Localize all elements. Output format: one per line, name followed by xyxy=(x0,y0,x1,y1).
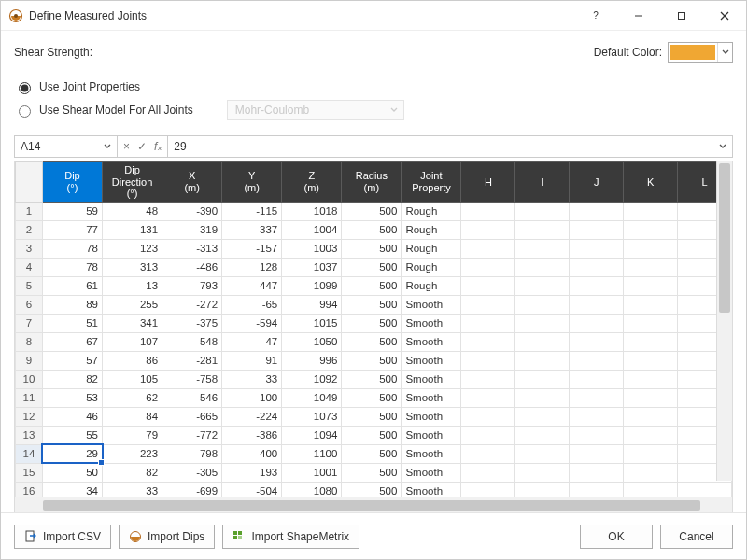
cell[interactable]: -699 xyxy=(162,482,222,497)
cell[interactable]: 47 xyxy=(222,332,282,351)
cell[interactable]: Rough xyxy=(402,276,461,295)
cell[interactable]: Rough xyxy=(402,202,461,220)
row-header[interactable]: 1 xyxy=(16,202,43,220)
cell[interactable]: -486 xyxy=(162,258,222,276)
table-row[interactable]: 115362-546-1001049500Smooth xyxy=(16,388,732,407)
cell[interactable]: 59 xyxy=(42,202,102,220)
cell[interactable] xyxy=(515,444,570,463)
cell[interactable]: 500 xyxy=(342,258,402,276)
corner-cell[interactable] xyxy=(16,162,43,203)
cell[interactable] xyxy=(515,426,570,444)
cell[interactable]: 82 xyxy=(42,370,102,388)
cell[interactable]: 1018 xyxy=(282,202,342,220)
cell[interactable] xyxy=(515,407,570,426)
cell[interactable]: 29 xyxy=(42,444,102,463)
cell[interactable] xyxy=(461,314,515,332)
cell[interactable] xyxy=(515,220,570,239)
cell[interactable]: 53 xyxy=(42,388,102,407)
cell[interactable]: 1004 xyxy=(282,220,342,239)
cell[interactable]: Smooth xyxy=(402,482,461,497)
col-x[interactable]: X (m) xyxy=(162,162,222,203)
cell[interactable]: 1050 xyxy=(282,332,342,351)
cancel-edit-icon[interactable]: × xyxy=(123,140,130,153)
help-button[interactable]: ? xyxy=(574,1,617,30)
cell[interactable]: 1100 xyxy=(282,444,342,463)
cell[interactable] xyxy=(515,276,570,295)
row-header[interactable]: 5 xyxy=(16,276,43,295)
col-z[interactable]: Z (m) xyxy=(282,162,342,203)
cell[interactable]: 84 xyxy=(103,407,162,426)
cell[interactable] xyxy=(461,463,515,482)
cell[interactable] xyxy=(624,332,678,351)
commit-edit-icon[interactable]: ✓ xyxy=(137,140,147,153)
row-header[interactable]: 8 xyxy=(16,332,43,351)
cell[interactable]: -115 xyxy=(222,202,282,220)
cell[interactable]: -375 xyxy=(162,314,222,332)
cell[interactable]: 500 xyxy=(342,426,402,444)
cell[interactable]: 123 xyxy=(103,239,162,258)
cell[interactable]: -319 xyxy=(162,220,222,239)
close-button[interactable] xyxy=(703,1,746,30)
cell[interactable] xyxy=(461,351,515,370)
col-y[interactable]: Y (m) xyxy=(222,162,282,203)
cell[interactable]: 57 xyxy=(42,351,102,370)
cell[interactable]: -665 xyxy=(162,407,222,426)
scroll-thumb[interactable] xyxy=(43,500,700,511)
cell[interactable]: 48 xyxy=(103,202,162,220)
cell[interactable]: 34 xyxy=(42,482,102,497)
cell[interactable]: 46 xyxy=(42,407,102,426)
radio-input-joint-props[interactable] xyxy=(19,82,31,94)
cell[interactable]: 105 xyxy=(103,370,162,388)
maximize-button[interactable] xyxy=(660,1,703,30)
cell[interactable] xyxy=(461,388,515,407)
cell[interactable] xyxy=(515,258,570,276)
radio-input-shear-model[interactable] xyxy=(19,105,31,118)
cell[interactable]: Smooth xyxy=(402,426,461,444)
cell[interactable]: 1015 xyxy=(282,314,342,332)
cell[interactable] xyxy=(624,370,678,388)
radio-use-shear-model[interactable]: Use Shear Model For All Joints Mohr-Coul… xyxy=(14,100,733,120)
cell[interactable]: 89 xyxy=(42,295,102,314)
cell[interactable]: 500 xyxy=(342,388,402,407)
cell[interactable]: -157 xyxy=(222,239,282,258)
row-header[interactable]: 15 xyxy=(16,463,43,482)
cell[interactable] xyxy=(624,295,678,314)
cell[interactable] xyxy=(515,295,570,314)
col-jprop[interactable]: Joint Property xyxy=(402,162,461,203)
cell[interactable] xyxy=(461,444,515,463)
cell-name-box[interactable]: A14 xyxy=(15,136,118,157)
cell[interactable]: 500 xyxy=(342,239,402,258)
row-header[interactable]: 9 xyxy=(16,351,43,370)
data-grid[interactable]: Dip (°) Dip Direction (°) X (m) Y (m) Z … xyxy=(14,161,733,512)
cell[interactable] xyxy=(570,426,624,444)
cell[interactable]: -772 xyxy=(162,426,222,444)
cell[interactable]: Smooth xyxy=(402,407,461,426)
cell[interactable]: 1099 xyxy=(282,276,342,295)
cell[interactable] xyxy=(570,239,624,258)
cell[interactable] xyxy=(570,463,624,482)
cell[interactable]: 223 xyxy=(103,444,162,463)
cell[interactable]: -224 xyxy=(222,407,282,426)
cell[interactable]: 500 xyxy=(342,295,402,314)
cell[interactable]: -594 xyxy=(222,314,282,332)
cell[interactable]: -798 xyxy=(162,444,222,463)
row-header[interactable]: 4 xyxy=(16,258,43,276)
cell[interactable]: 50 xyxy=(42,463,102,482)
cell[interactable] xyxy=(461,482,515,497)
cell[interactable] xyxy=(624,239,678,258)
row-header[interactable]: 12 xyxy=(16,407,43,426)
cell[interactable] xyxy=(515,351,570,370)
cell[interactable]: 86 xyxy=(103,351,162,370)
cell[interactable] xyxy=(570,370,624,388)
cell[interactable]: Smooth xyxy=(402,444,461,463)
cell[interactable] xyxy=(461,202,515,220)
cell[interactable] xyxy=(461,276,515,295)
cell[interactable] xyxy=(624,426,678,444)
cell[interactable]: Rough xyxy=(402,258,461,276)
row-header[interactable]: 7 xyxy=(16,314,43,332)
cell[interactable] xyxy=(570,220,624,239)
scroll-thumb[interactable] xyxy=(719,163,730,313)
cell[interactable]: 500 xyxy=(342,407,402,426)
row-header[interactable]: 10 xyxy=(16,370,43,388)
cell[interactable]: 82 xyxy=(103,463,162,482)
